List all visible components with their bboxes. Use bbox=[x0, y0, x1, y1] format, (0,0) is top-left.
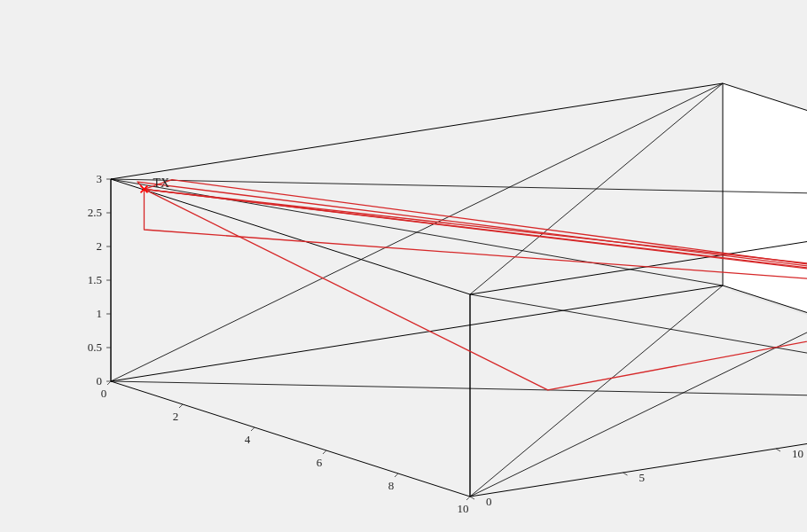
box-edge bbox=[111, 381, 470, 497]
z-tick-label: 0 bbox=[97, 374, 103, 387]
z-tick-label: 2.5 bbox=[88, 206, 102, 219]
y-tick bbox=[623, 473, 628, 475]
z-tick-label: 2 bbox=[97, 239, 103, 253]
x-tick-label: 0 bbox=[101, 387, 107, 400]
z-tick-label: 1 bbox=[97, 307, 103, 320]
box-edge bbox=[111, 83, 723, 179]
z-tick-label: 0.5 bbox=[88, 340, 102, 354]
x-tick bbox=[107, 381, 111, 385]
z-tick-label: 3 bbox=[97, 172, 103, 185]
x-tick-label: 2 bbox=[173, 410, 179, 423]
figure-canvas: 00.511.522.53024681005101520TXRX bbox=[0, 0, 807, 532]
box-diagonal bbox=[470, 286, 723, 497]
y-tick-label: 0 bbox=[486, 495, 492, 508]
ray-1 bbox=[145, 180, 808, 297]
x-tick bbox=[395, 473, 398, 477]
y-tick bbox=[776, 449, 780, 451]
box-diagonal bbox=[470, 294, 807, 401]
box-diagonal bbox=[111, 381, 807, 401]
x-tick bbox=[179, 404, 183, 408]
box-edge bbox=[111, 179, 470, 294]
y-tick bbox=[470, 497, 474, 499]
x-tick-label: 8 bbox=[388, 479, 395, 492]
x-tick bbox=[251, 427, 255, 431]
x-tick-label: 4 bbox=[245, 433, 251, 446]
y-tick-label: 5 bbox=[639, 471, 646, 484]
box-diagonal bbox=[111, 179, 723, 286]
ray-2 bbox=[137, 182, 807, 296]
x-tick-label: 6 bbox=[317, 456, 323, 469]
box-diagonal bbox=[111, 179, 807, 199]
z-tick-label: 1.5 bbox=[88, 273, 102, 286]
ray-paths bbox=[137, 180, 807, 390]
x-tick bbox=[466, 497, 470, 500]
y-tick-label: 10 bbox=[792, 447, 803, 460]
box-wireframe bbox=[111, 83, 807, 497]
x-tick-label: 10 bbox=[458, 502, 469, 515]
x-tick bbox=[323, 450, 326, 454]
TX-label: TX bbox=[153, 176, 170, 190]
ray-4 bbox=[145, 189, 808, 297]
box-edge bbox=[111, 286, 723, 381]
plot-3d: 00.511.522.53024681005101520TXRX bbox=[0, 0, 807, 532]
